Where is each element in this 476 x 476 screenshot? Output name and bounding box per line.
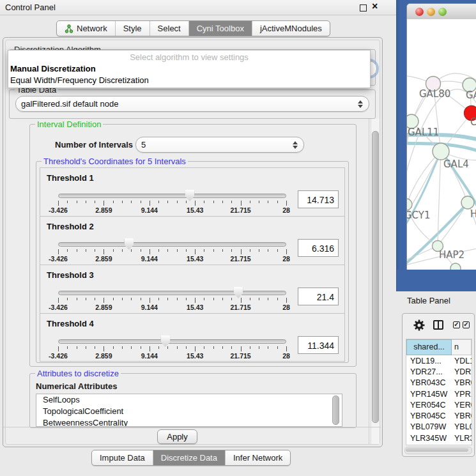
cell-name[interactable]: YDL1 (452, 357, 472, 365)
cell-shared-name[interactable]: YDR27... (406, 367, 452, 376)
list-scrollbar-thumb[interactable] (332, 395, 339, 425)
slider-track[interactable] (58, 339, 286, 344)
tick-mark (204, 298, 204, 300)
close-icon[interactable]: × (372, 1, 378, 12)
numerical-attributes-list[interactable]: SelfLoopsTopologicalCoefficientBetweenne… (36, 394, 342, 427)
scale-label: 2.859 (95, 303, 112, 311)
tab-jactivemnodules[interactable]: jActiveMNodules (252, 21, 330, 36)
tick-mark (259, 201, 259, 203)
vertical-scrollbar-thumb[interactable] (372, 131, 379, 423)
column-header-name[interactable]: n (452, 339, 472, 355)
network-canvas[interactable]: GAL80GACGAL11GAL4GCY1HHAP2 (407, 19, 476, 270)
tab-infer-network[interactable]: Infer Network (226, 450, 290, 465)
cell-shared-name[interactable]: YBR045C (406, 411, 452, 420)
divider (3, 427, 381, 427)
table-row[interactable]: YDL19...YDL1 (406, 355, 472, 366)
network-node-label: HAP2 (439, 249, 464, 261)
tick-mark (122, 346, 123, 349)
table-row[interactable]: YLR345WYLR3 (406, 433, 472, 443)
cell-name[interactable]: YIL0 (452, 445, 472, 445)
split-view-icon[interactable] (433, 320, 443, 330)
tab-impute-data[interactable]: Impute Data (92, 450, 153, 465)
gear-icon[interactable] (413, 319, 426, 332)
threshold-2-slider[interactable]: -3.4262.8599.14415.4321.71528 (58, 238, 286, 264)
table-row[interactable]: YBR045CYBR0 (406, 410, 472, 421)
scale-label: 15.43 (187, 206, 203, 214)
table-horizontal-scrollbar[interactable] (404, 447, 472, 454)
cell-name[interactable]: YPR1 (452, 390, 472, 399)
network-node[interactable] (407, 199, 412, 210)
slider-thumb[interactable] (124, 238, 134, 250)
table-row[interactable]: YBR043CYBR0 (406, 378, 472, 388)
network-node[interactable] (433, 143, 449, 160)
network-window-titlebar[interactable] (407, 4, 476, 20)
cell-name[interactable]: YLR3 (452, 434, 472, 443)
tick-mark (222, 201, 223, 203)
tick-mark (277, 201, 278, 203)
table-row[interactable]: YPR145WYPR1 (406, 388, 472, 399)
checkbox-icon[interactable]: ✓ (453, 321, 460, 328)
slider-thumb[interactable] (185, 190, 195, 201)
threshold-4-slider[interactable]: -3.4262.8599.14415.4321.71528 (58, 335, 286, 361)
minimize-traffic-light-icon[interactable] (427, 8, 435, 16)
table-data-combo[interactable]: galFiltered.sif default node (15, 96, 369, 112)
cell-name[interactable]: YBR0 (452, 378, 472, 387)
option-manual-discretization[interactable]: Manual Discretization (10, 64, 96, 73)
option-equal-width-frequency[interactable]: Equal Width/Frequency Discretization (10, 75, 149, 85)
desktop-background (397, 270, 476, 291)
tick-mark (150, 298, 150, 303)
cell-shared-name[interactable]: YER054C (406, 401, 452, 410)
threshold-3-value-field[interactable]: 21.4 (298, 288, 339, 305)
cell-name[interactable]: YBL0 (452, 422, 472, 431)
tab-cyni-toolbox[interactable]: Cyni Toolbox (189, 21, 252, 36)
tab-style[interactable]: Style (116, 21, 150, 36)
tab-select[interactable]: Select (150, 21, 189, 36)
cell-shared-name[interactable]: YLR345W (406, 434, 452, 443)
bottom-tab-bar: Impute Data Discretize Data Infer Networ… (91, 450, 291, 466)
cell-name[interactable]: YDR2 (452, 367, 472, 376)
threshold-1-value-field[interactable]: 14.713 (298, 190, 339, 208)
close-traffic-light-icon[interactable] (415, 8, 424, 16)
cell-shared-name[interactable]: YPR145W (406, 390, 452, 399)
tab-network[interactable]: Network (57, 21, 116, 36)
cell-shared-name[interactable]: YIL052C (406, 445, 452, 445)
table-row[interactable]: YER054CYER0 (406, 399, 472, 410)
table-row[interactable]: YBL079WYBL0 (406, 422, 472, 433)
tick-mark (277, 298, 278, 300)
slider-thumb[interactable] (234, 287, 243, 298)
cell-shared-name[interactable]: YBR043C (406, 378, 452, 387)
cell-shared-name[interactable]: YBL079W (406, 422, 452, 431)
tick-mark (95, 298, 95, 300)
attribute-list-item[interactable]: SelfLoops (36, 394, 342, 406)
slider-track[interactable] (58, 194, 286, 198)
attribute-list-item[interactable]: BetweennessCentrality (36, 417, 342, 427)
table-row[interactable]: YDR27...YDR2 (406, 366, 472, 377)
zoom-traffic-light-icon[interactable] (438, 8, 447, 16)
threshold-4-value-field[interactable]: 11.344 (298, 336, 339, 354)
tick-mark (177, 201, 178, 203)
slider-track[interactable] (58, 291, 286, 295)
tick-mark (222, 249, 223, 252)
threshold-3-slider[interactable]: -3.4262.8599.14415.4321.71528 (58, 287, 286, 312)
threshold-1-slider[interactable]: -3.4262.8599.14415.4321.71528 (58, 190, 286, 215)
slider-thumb[interactable] (160, 335, 170, 347)
table-row[interactable]: YIL052CYIL0 (406, 443, 472, 445)
table-horizontal-scrollbar-thumb[interactable] (406, 448, 468, 452)
cell-shared-name[interactable]: YDL19... (406, 357, 452, 365)
attribute-list-item[interactable]: TopologicalCoefficient (36, 406, 342, 417)
network-node[interactable] (461, 196, 474, 209)
slider-scale-labels: -3.4262.8599.14415.4321.71528 (58, 206, 286, 215)
checkbox-icon[interactable]: ✓ (463, 321, 470, 328)
tick-mark (222, 346, 223, 349)
float-window-icon[interactable] (360, 4, 367, 12)
number-of-intervals-combo[interactable]: 5 (135, 137, 304, 153)
apply-button[interactable]: Apply (157, 429, 197, 444)
threshold-2-panel: Threshold 2 -3.4262.8599.14415.4321.7152… (40, 216, 345, 265)
slider-track[interactable] (58, 242, 286, 247)
threshold-2-value-field[interactable]: 6.316 (298, 239, 339, 257)
network-node[interactable] (450, 263, 461, 270)
column-header-shared-name[interactable]: shared... (406, 339, 452, 355)
cell-name[interactable]: YBR0 (452, 411, 472, 420)
cell-name[interactable]: YER0 (452, 401, 472, 410)
tab-discretize-data[interactable]: Discretize Data (153, 450, 226, 465)
